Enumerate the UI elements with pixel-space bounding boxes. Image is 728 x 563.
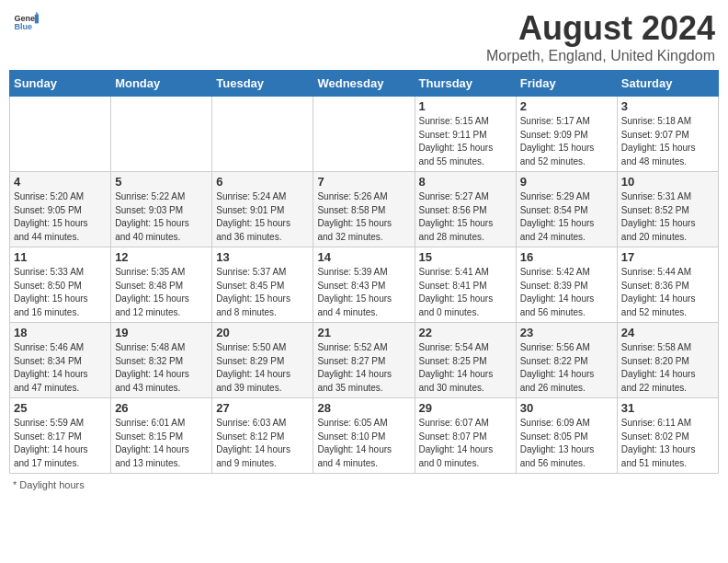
day-number: 4 — [14, 175, 107, 189]
day-number: 21 — [317, 326, 410, 339]
day-info: Sunrise: 6:03 AMSunset: 8:12 PMDaylight:… — [216, 417, 309, 470]
calendar-cell: 28Sunrise: 6:05 AMSunset: 8:10 PMDayligh… — [313, 398, 415, 474]
day-info: Sunrise: 5:46 AMSunset: 8:34 PMDaylight:… — [14, 341, 107, 395]
day-number: 5 — [115, 175, 208, 189]
day-number: 26 — [115, 401, 208, 415]
day-info: Sunrise: 5:27 AMSunset: 8:56 PMDaylight:… — [419, 190, 512, 244]
day-info: Sunrise: 5:54 AMSunset: 8:25 PMDaylight:… — [419, 341, 512, 395]
calendar-cell: 27Sunrise: 6:03 AMSunset: 8:12 PMDayligh… — [212, 398, 313, 474]
day-number: 1 — [419, 99, 512, 113]
day-number: 10 — [621, 175, 714, 189]
svg-marker-2 — [35, 15, 39, 24]
calendar-cell: 21Sunrise: 5:52 AMSunset: 8:27 PMDayligh… — [313, 323, 415, 398]
logo-icon: General Blue — [13, 9, 39, 35]
day-info: Sunrise: 6:05 AMSunset: 8:10 PMDaylight:… — [317, 417, 410, 470]
calendar-cell — [111, 97, 212, 172]
day-info: Sunrise: 6:09 AMSunset: 8:05 PMDaylight:… — [520, 417, 613, 470]
day-number: 15 — [419, 250, 512, 264]
day-info: Sunrise: 5:50 AMSunset: 8:29 PMDaylight:… — [216, 341, 309, 395]
day-number: 6 — [216, 175, 309, 189]
calendar-cell: 12Sunrise: 5:35 AMSunset: 8:48 PMDayligh… — [111, 247, 212, 323]
calendar-cell: 9Sunrise: 5:29 AMSunset: 8:54 PMDaylight… — [516, 172, 617, 247]
day-info: Sunrise: 5:24 AMSunset: 9:01 PMDaylight:… — [216, 190, 309, 244]
day-number: 13 — [216, 250, 309, 264]
day-number: 16 — [520, 250, 613, 264]
day-number: 8 — [419, 175, 512, 189]
calendar-cell: 17Sunrise: 5:44 AMSunset: 8:36 PMDayligh… — [617, 247, 718, 323]
main-title: August 2024 — [486, 9, 715, 48]
calendar-cell: 23Sunrise: 5:56 AMSunset: 8:22 PMDayligh… — [516, 323, 617, 398]
day-header-sunday: Sunday — [10, 71, 111, 97]
calendar: SundayMondayTuesdayWednesdayThursdayFrid… — [9, 70, 719, 474]
day-info: Sunrise: 5:26 AMSunset: 8:58 PMDaylight:… — [317, 190, 410, 244]
calendar-cell — [313, 97, 415, 172]
calendar-cell: 24Sunrise: 5:58 AMSunset: 8:20 PMDayligh… — [617, 323, 718, 398]
day-info: Sunrise: 5:44 AMSunset: 8:36 PMDaylight:… — [621, 266, 714, 319]
day-number: 18 — [14, 326, 107, 339]
day-number: 20 — [216, 326, 309, 339]
day-info: Sunrise: 5:41 AMSunset: 8:41 PMDaylight:… — [419, 266, 512, 319]
day-number: 2 — [520, 99, 613, 113]
calendar-cell: 11Sunrise: 5:33 AMSunset: 8:50 PMDayligh… — [10, 247, 111, 323]
calendar-cell: 3Sunrise: 5:18 AMSunset: 9:07 PMDaylight… — [617, 97, 718, 172]
day-info: Sunrise: 6:01 AMSunset: 8:15 PMDaylight:… — [115, 417, 208, 470]
day-info: Sunrise: 5:31 AMSunset: 8:52 PMDaylight:… — [621, 190, 714, 244]
calendar-cell: 18Sunrise: 5:46 AMSunset: 8:34 PMDayligh… — [10, 323, 111, 398]
day-number: 25 — [14, 401, 107, 415]
calendar-cell: 19Sunrise: 5:48 AMSunset: 8:32 PMDayligh… — [111, 323, 212, 398]
day-info: Sunrise: 5:39 AMSunset: 8:43 PMDaylight:… — [317, 266, 410, 319]
day-number: 24 — [621, 326, 714, 339]
day-number: 19 — [115, 326, 208, 339]
day-number: 9 — [520, 175, 613, 189]
day-info: Sunrise: 5:17 AMSunset: 9:09 PMDaylight:… — [520, 115, 613, 168]
day-number: 3 — [621, 99, 714, 113]
subtitle: Morpeth, England, United Kingdom — [486, 48, 715, 64]
day-info: Sunrise: 5:48 AMSunset: 8:32 PMDaylight:… — [115, 341, 208, 395]
title-area: August 2024 Morpeth, England, United Kin… — [486, 9, 715, 64]
day-number: 29 — [419, 401, 512, 415]
calendar-cell: 16Sunrise: 5:42 AMSunset: 8:39 PMDayligh… — [516, 247, 617, 323]
day-number: 17 — [621, 250, 714, 264]
calendar-cell: 4Sunrise: 5:20 AMSunset: 9:05 PMDaylight… — [10, 172, 111, 247]
day-info: Sunrise: 5:33 AMSunset: 8:50 PMDaylight:… — [14, 266, 107, 319]
day-info: Sunrise: 5:35 AMSunset: 8:48 PMDaylight:… — [115, 266, 208, 319]
svg-text:Blue: Blue — [14, 22, 32, 31]
day-info: Sunrise: 5:42 AMSunset: 8:39 PMDaylight:… — [520, 266, 613, 319]
day-info: Sunrise: 5:52 AMSunset: 8:27 PMDaylight:… — [317, 341, 410, 395]
day-info: Sunrise: 6:11 AMSunset: 8:02 PMDaylight:… — [621, 417, 714, 470]
day-info: Sunrise: 6:07 AMSunset: 8:07 PMDaylight:… — [419, 417, 512, 470]
day-info: Sunrise: 5:20 AMSunset: 9:05 PMDaylight:… — [14, 190, 107, 244]
calendar-cell: 15Sunrise: 5:41 AMSunset: 8:41 PMDayligh… — [415, 247, 516, 323]
day-number: 23 — [520, 326, 613, 339]
calendar-cell: 22Sunrise: 5:54 AMSunset: 8:25 PMDayligh… — [415, 323, 516, 398]
day-info: Sunrise: 5:29 AMSunset: 8:54 PMDaylight:… — [520, 190, 613, 244]
day-header-saturday: Saturday — [617, 71, 718, 97]
calendar-cell: 20Sunrise: 5:50 AMSunset: 8:29 PMDayligh… — [212, 323, 313, 398]
calendar-cell: 6Sunrise: 5:24 AMSunset: 9:01 PMDaylight… — [212, 172, 313, 247]
calendar-cell: 1Sunrise: 5:15 AMSunset: 9:11 PMDaylight… — [415, 97, 516, 172]
day-info: Sunrise: 5:22 AMSunset: 9:03 PMDaylight:… — [115, 190, 208, 244]
calendar-cell: 29Sunrise: 6:07 AMSunset: 8:07 PMDayligh… — [415, 398, 516, 474]
header: General Blue August 2024 Morpeth, Englan… — [9, 9, 719, 64]
day-number: 27 — [216, 401, 309, 415]
footer-note-text: Daylight hours — [19, 479, 84, 490]
calendar-cell: 13Sunrise: 5:37 AMSunset: 8:45 PMDayligh… — [212, 247, 313, 323]
calendar-cell: 31Sunrise: 6:11 AMSunset: 8:02 PMDayligh… — [617, 398, 718, 474]
calendar-cell: 7Sunrise: 5:26 AMSunset: 8:58 PMDaylight… — [313, 172, 415, 247]
day-number: 11 — [14, 250, 107, 264]
day-info: Sunrise: 5:15 AMSunset: 9:11 PMDaylight:… — [419, 115, 512, 168]
day-number: 7 — [317, 175, 410, 189]
calendar-cell: 8Sunrise: 5:27 AMSunset: 8:56 PMDaylight… — [415, 172, 516, 247]
day-info: Sunrise: 5:59 AMSunset: 8:17 PMDaylight:… — [14, 417, 107, 470]
day-number: 31 — [621, 401, 714, 415]
day-header-wednesday: Wednesday — [313, 71, 415, 97]
footer-note: * Daylight hours — [9, 479, 719, 490]
day-header-monday: Monday — [111, 71, 212, 97]
logo: General Blue — [13, 9, 39, 35]
calendar-cell — [212, 97, 313, 172]
day-info: Sunrise: 5:18 AMSunset: 9:07 PMDaylight:… — [621, 115, 714, 168]
day-info: Sunrise: 5:58 AMSunset: 8:20 PMDaylight:… — [621, 341, 714, 395]
day-header-friday: Friday — [516, 71, 617, 97]
day-info: Sunrise: 5:37 AMSunset: 8:45 PMDaylight:… — [216, 266, 309, 319]
calendar-cell: 14Sunrise: 5:39 AMSunset: 8:43 PMDayligh… — [313, 247, 415, 323]
